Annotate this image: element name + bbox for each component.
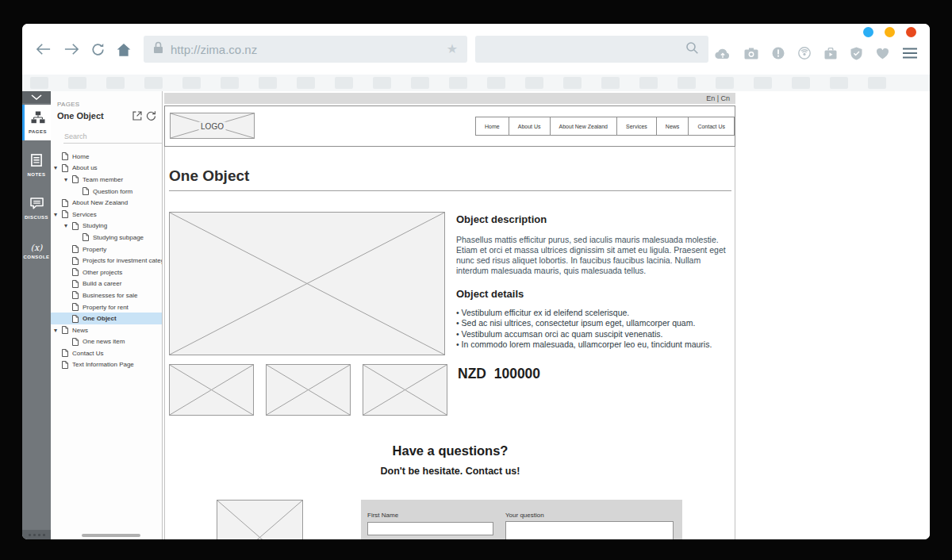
tree-item-studying-subpage[interactable]: Studying subpage <box>51 232 162 244</box>
bookmark-placeholder <box>297 77 315 89</box>
page-icon <box>72 222 79 230</box>
tree-item-text-information-page[interactable]: Text Information Page <box>51 359 162 371</box>
window-control-red[interactable] <box>906 27 916 37</box>
camera-icon[interactable] <box>744 48 758 59</box>
thumbnail-placeholder[interactable] <box>169 364 254 416</box>
first-name-input[interactable] <box>367 522 493 535</box>
question-label: Your question <box>505 512 674 519</box>
pages-panel: PAGES One Object Home▾About us▾Team memb… <box>51 91 163 539</box>
wireframe-nav-item-contact-us[interactable]: Contact Us <box>688 117 735 136</box>
tree-item-about-new-zealand[interactable]: About New Zealand <box>51 197 162 209</box>
browser-nav-buttons <box>35 42 132 57</box>
page-icon <box>83 187 89 195</box>
browser-search-input[interactable] <box>485 43 685 56</box>
forward-icon[interactable] <box>63 42 80 56</box>
tab-discuss[interactable]: DISCUSS <box>22 190 51 226</box>
page-icon <box>83 233 89 241</box>
tree-item-contact-us[interactable]: Contact Us <box>51 347 162 359</box>
tree-item-studying[interactable]: ▾Studying <box>51 221 162 232</box>
browser-search-bar[interactable] <box>475 36 708 63</box>
tree-item-businesses-for-sale[interactable]: Businesses for sale <box>51 290 162 301</box>
search-icon <box>685 41 699 58</box>
wireframe-nav-item-home[interactable]: Home <box>475 117 509 136</box>
alert-icon[interactable] <box>772 47 785 59</box>
shield-check-icon[interactable] <box>850 47 862 60</box>
wireframe-nav-item-services[interactable]: Services <box>616 117 657 136</box>
tab-pages[interactable]: PAGES <box>22 105 51 140</box>
tree-item-services[interactable]: ▾Services <box>51 209 162 221</box>
thumbnail-placeholder[interactable] <box>266 364 351 416</box>
detail-bullet[interactable]: In commodo lorem malesuada, ullamcorper … <box>456 339 731 350</box>
tree-item-home[interactable]: Home <box>51 151 162 163</box>
bookmark-placeholder <box>830 77 848 89</box>
window-control-blue[interactable] <box>863 27 873 37</box>
footer-image-placeholder[interactable] <box>217 500 303 539</box>
page-icon <box>72 315 79 323</box>
tree-item-about-us[interactable]: ▾About us <box>51 163 162 175</box>
tree-item-one-news-item[interactable]: One news item <box>51 336 162 348</box>
duplicate-icon[interactable] <box>146 110 155 121</box>
tree-item-team-member[interactable]: ▾Team member <box>51 174 162 186</box>
wireframe-nav-item-about-new-zealand[interactable]: About New Zealand <box>550 117 617 136</box>
tree-item-news[interactable]: ▾News <box>51 324 162 336</box>
bookmark-placeholder <box>182 77 201 89</box>
logo-placeholder[interactable]: LOGO <box>170 113 255 139</box>
wireframe-page-title[interactable]: One Object <box>169 147 731 185</box>
caret-down-icon[interactable]: ▾ <box>54 211 62 218</box>
caret-down-icon[interactable]: ▾ <box>64 176 72 183</box>
heart-icon[interactable] <box>876 48 889 59</box>
tree-item-property-for-rent[interactable]: Property for rent <box>51 301 162 313</box>
bookmark-placeholder <box>487 77 505 89</box>
caret-down-icon[interactable]: ▾ <box>54 327 62 334</box>
tree-item-question-form[interactable]: Question form <box>51 186 162 198</box>
page-icon <box>72 175 79 183</box>
main-image-placeholder[interactable] <box>169 212 445 355</box>
export-icon[interactable] <box>132 111 142 121</box>
page-icon <box>62 210 68 218</box>
price-text[interactable]: NZD 100000 <box>458 366 540 382</box>
bookmark-star-icon[interactable]: ★ <box>447 43 458 56</box>
wireframe-nav-item-news[interactable]: News <box>656 117 689 136</box>
back-icon[interactable] <box>35 42 52 56</box>
detail-bullet[interactable]: Sed ac nisi ultrices, consectetur ipsum … <box>456 318 731 328</box>
detail-bullet[interactable]: Vestibulum efficitur ex id eleifend scel… <box>456 308 731 318</box>
object-description-text[interactable]: Phasellus mattis efficitur purus, sed ia… <box>456 235 731 276</box>
briefcase-play-icon[interactable] <box>824 48 837 59</box>
wireframe-nav-item-about-us[interactable]: About Us <box>509 117 551 136</box>
language-switch[interactable]: En | Cn <box>164 93 735 104</box>
menu-icon[interactable] <box>903 48 917 59</box>
tab-notes[interactable]: NOTES <box>22 148 51 183</box>
tree-item-label: One news item <box>83 338 125 345</box>
home-icon[interactable] <box>116 42 132 57</box>
cta-subheading[interactable]: Don't be hesitate. Contact us! <box>169 466 731 477</box>
url-input[interactable] <box>171 43 440 56</box>
tree-item-projects-for-investment-category[interactable]: Projects for investment category <box>51 255 162 267</box>
tree-item-one-object[interactable]: One Object <box>51 313 162 324</box>
tab-console[interactable]: (x) CONSOLE <box>22 233 51 269</box>
horizontal-scrollbar-thumb[interactable] <box>82 534 140 537</box>
address-bar[interactable]: ★ <box>144 36 467 63</box>
detail-bullet[interactable]: Vestibulum accumsan orci ac quam suscipi… <box>456 329 731 339</box>
object-description-heading[interactable]: Object description <box>456 213 731 225</box>
reload-icon[interactable] <box>90 42 106 57</box>
cta-heading[interactable]: Have a questions? <box>169 443 731 458</box>
tree-item-other-projects[interactable]: Other projects <box>51 267 162 278</box>
design-canvas[interactable]: En | Cn LOGO HomeAbout UsAbout New Zeala… <box>163 91 930 539</box>
object-details-heading[interactable]: Object details <box>456 288 731 300</box>
page-icon <box>72 291 79 299</box>
caret-down-icon[interactable]: ▾ <box>64 222 72 229</box>
cloud-upload-icon[interactable] <box>715 48 731 59</box>
page-icon <box>62 326 68 334</box>
logo-label: LOGO <box>198 121 226 130</box>
tree-item-build-a-career[interactable]: Build a career <box>51 278 162 290</box>
page-icon <box>72 338 79 346</box>
podcast-icon[interactable] <box>798 47 811 59</box>
tree-item-label: About us <box>72 164 98 171</box>
tree-item-property[interactable]: Property <box>51 244 162 255</box>
pages-search-input[interactable] <box>63 131 163 144</box>
caret-down-icon[interactable]: ▾ <box>54 164 62 171</box>
question-textarea[interactable] <box>505 521 674 539</box>
window-control-yellow[interactable] <box>885 27 895 37</box>
thumbnail-placeholder[interactable] <box>363 364 447 416</box>
collapse-panel-button[interactable] <box>22 91 51 103</box>
